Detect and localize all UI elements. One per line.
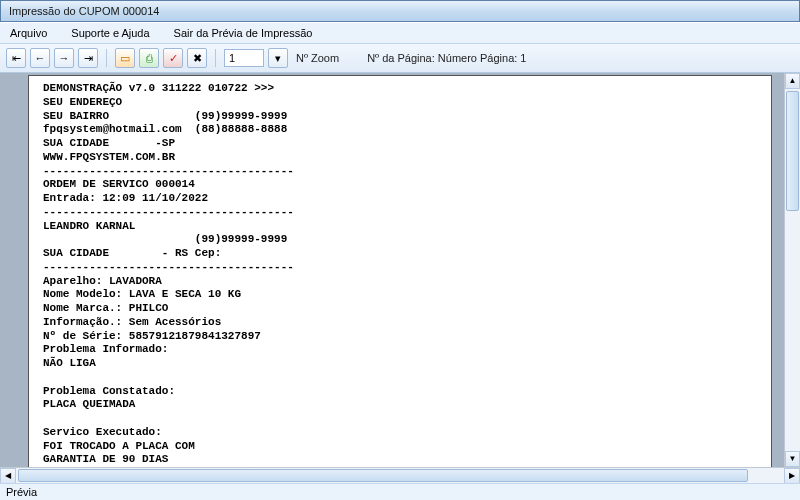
receipt-line: (99)99999-9999: [43, 233, 287, 245]
scroll-right-button[interactable]: ▶: [784, 468, 800, 484]
nav-last-button[interactable]: ⇥: [78, 48, 98, 68]
scroll-down-button[interactable]: ▼: [785, 451, 800, 467]
horizontal-scrollbar[interactable]: ◀ ▶: [0, 467, 800, 483]
scroll-up-button[interactable]: ▲: [785, 73, 800, 89]
receipt-line: Problema Constatado:: [43, 385, 175, 397]
scroll-thumb-v[interactable]: [786, 91, 799, 211]
receipt-divider: --------------------------------------: [43, 206, 294, 218]
page-number-label: Nº da Página: Número Página: 1: [367, 52, 526, 64]
receipt-line: SUA CIDADE - RS Cep:: [43, 247, 221, 259]
receipt-line: SUA CIDADE -SP: [43, 137, 175, 149]
receipt-line: Entrada: 12:09 11/10/2022: [43, 192, 208, 204]
receipt-line: LEANDRO KARNAL: [43, 220, 135, 232]
scroll-thumb-h[interactable]: [18, 469, 748, 482]
window-titlebar: Impressão do CUPOM 000014: [0, 0, 800, 22]
close-button[interactable]: ✖: [187, 48, 207, 68]
receipt-line: SEU BAIRRO (99)99999-9999: [43, 110, 287, 122]
vertical-scrollbar[interactable]: ▲ ▼: [784, 73, 800, 467]
scroll-track-v[interactable]: [785, 89, 800, 451]
receipt-page: DEMONSTRAÇÃO v7.0 311222 010722 >>> SEU …: [28, 75, 772, 467]
toolbar-separator-2: [215, 49, 216, 67]
page-setup-button[interactable]: ▭: [115, 48, 135, 68]
receipt-line: NÃO LIGA: [43, 357, 96, 369]
status-bar: Prévia: [0, 483, 800, 500]
receipt-line: Servico Executado:: [43, 426, 162, 438]
receipt-line: DEMONSTRAÇÃO v7.0 311222 010722 >>>: [43, 82, 274, 94]
scroll-left-button[interactable]: ◀: [0, 468, 16, 484]
receipt-line: SEU ENDEREÇO: [43, 96, 122, 108]
nav-next-button[interactable]: →: [54, 48, 74, 68]
status-text: Prévia: [6, 486, 37, 498]
scroll-track-h[interactable]: [16, 468, 784, 483]
receipt-line: Nº de Série: 58579121879841327897: [43, 330, 261, 342]
receipt-line: Nome Marca.: PHILCO: [43, 302, 168, 314]
export-button[interactable]: ✓: [163, 48, 183, 68]
menu-arquivo[interactable]: Arquivo: [4, 25, 53, 41]
zoom-stepper[interactable]: ▾: [268, 48, 288, 68]
menu-bar: Arquivo Suporte e Ajuda Sair da Prévia d…: [0, 22, 800, 44]
receipt-line: Problema Informado:: [43, 343, 168, 355]
receipt-line: Nome Modelo: LAVA E SECA 10 KG: [43, 288, 241, 300]
toolbar-separator: [106, 49, 107, 67]
print-button[interactable]: ⎙: [139, 48, 159, 68]
receipt-line: Aparelho: LAVADORA: [43, 275, 162, 287]
menu-sair[interactable]: Sair da Prévia de Impressão: [168, 25, 319, 41]
zoom-label: Nº Zoom: [296, 52, 339, 64]
receipt-line: fpqsystem@hotmail.com (88)88888-8888: [43, 123, 287, 135]
preview-area: DEMONSTRAÇÃO v7.0 311222 010722 >>> SEU …: [0, 73, 800, 467]
receipt-line: GARANTIA DE 90 DIAS: [43, 453, 168, 465]
zoom-input[interactable]: [224, 49, 264, 67]
nav-prev-button[interactable]: ←: [30, 48, 50, 68]
receipt-line: FOI TROCADO A PLACA COM: [43, 440, 195, 452]
toolbar: ⇤ ← → ⇥ ▭ ⎙ ✓ ✖ ▾ Nº Zoom Nº da Página: …: [0, 44, 800, 73]
receipt-line: Informação.: Sem Acessórios: [43, 316, 221, 328]
receipt-divider: --------------------------------------: [43, 165, 294, 177]
menu-suporte[interactable]: Suporte e Ajuda: [65, 25, 155, 41]
receipt-divider: --------------------------------------: [43, 261, 294, 273]
receipt-line: PLACA QUEIMADA: [43, 398, 135, 410]
receipt-line: WWW.FPQSYSTEM.COM.BR: [43, 151, 175, 163]
nav-first-button[interactable]: ⇤: [6, 48, 26, 68]
window-title: Impressão do CUPOM 000014: [9, 5, 159, 17]
receipt-line: ORDEM DE SERVICO 000014: [43, 178, 195, 190]
